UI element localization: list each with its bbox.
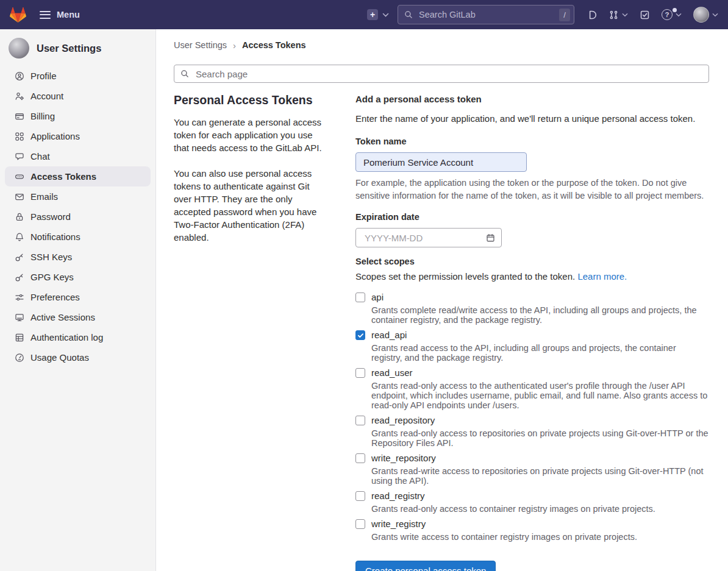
sidebar-item-label: Password: [30, 210, 71, 223]
scope-row[interactable]: read_user: [355, 367, 709, 379]
scope-checkbox-api[interactable]: [355, 293, 365, 302]
sidebar-item-active-sessions[interactable]: Active Sessions: [5, 307, 151, 327]
sidebar-header: User Settings: [0, 38, 155, 65]
monitor-icon: [15, 313, 24, 322]
scope-checkbox-read_registry[interactable]: [355, 491, 365, 501]
chevron-down-icon: [622, 13, 628, 17]
form-description: Enter the name of your application, and …: [355, 113, 709, 125]
gitlab-logo-icon[interactable]: [10, 7, 26, 23]
scope-option-read_registry: read_registryGrants read-only access to …: [355, 490, 709, 514]
page-search-input[interactable]: [194, 68, 702, 80]
sliders-icon: [15, 293, 24, 302]
settings-sidebar: User Settings ProfileAccountBillingAppli…: [0, 29, 156, 571]
sidebar-item-label: Usage Quotas: [30, 351, 89, 364]
top-navbar: Menu + / ?: [0, 0, 728, 29]
menu-button[interactable]: Menu: [40, 10, 80, 20]
scope-name[interactable]: write_repository: [371, 452, 436, 464]
scope-row[interactable]: api: [355, 291, 709, 303]
scope-description: Grants read-only access to container reg…: [371, 504, 709, 514]
scope-option-read_user: read_userGrants read-only access to the …: [355, 367, 709, 410]
search-icon: [180, 69, 189, 78]
scope-description: Grants write access to container registr…: [371, 532, 709, 542]
lock-icon: [15, 212, 24, 222]
help-button[interactable]: ?: [662, 9, 682, 20]
sidebar-item-account[interactable]: Account: [5, 86, 151, 106]
sidebar-item-billing[interactable]: Billing: [5, 106, 151, 126]
scope-name[interactable]: read_registry: [371, 490, 425, 502]
token-name-input[interactable]: [355, 152, 527, 172]
scope-name[interactable]: api: [371, 291, 384, 303]
sidebar-item-label: Applications: [30, 130, 80, 143]
scope-row[interactable]: read_repository: [355, 414, 709, 427]
calendar-icon[interactable]: [486, 233, 495, 243]
create-token-button[interactable]: Create personal access token: [355, 561, 496, 571]
scope-name[interactable]: read_api: [371, 329, 407, 341]
quota-icon: [15, 353, 24, 363]
new-item-chevron-down-icon[interactable]: [382, 13, 389, 17]
scope-checkbox-read_user[interactable]: [355, 368, 365, 378]
settings-nav: ProfileAccountBillingApplicationsChatAcc…: [0, 66, 155, 367]
scope-name[interactable]: write_registry: [371, 518, 426, 530]
global-search-input[interactable]: [418, 9, 554, 20]
sidebar-item-usage-quotas[interactable]: Usage Quotas: [5, 347, 151, 367]
sidebar-item-applications[interactable]: Applications: [5, 126, 151, 146]
new-item-button[interactable]: +: [367, 9, 378, 20]
scope-row[interactable]: write_repository: [355, 452, 709, 464]
todos-icon[interactable]: [640, 10, 650, 20]
page-description-1: You can generate a personal access token…: [174, 116, 329, 154]
scope-checkbox-read_repository[interactable]: [355, 416, 365, 425]
breadcrumb-current: Access Tokens: [242, 40, 306, 50]
section-description-column: Personal Access Tokens You can generate …: [174, 93, 329, 571]
hamburger-icon: [40, 11, 51, 19]
scope-checkbox-write_registry[interactable]: [355, 519, 365, 529]
sidebar-item-gpg-keys[interactable]: GPG Keys: [5, 267, 151, 287]
scope-row[interactable]: write_registry: [355, 518, 709, 530]
scope-description: Grants read access to the API, including…: [371, 343, 709, 363]
sidebar-item-emails[interactable]: Emails: [5, 186, 151, 207]
profile-icon: [15, 71, 24, 81]
token-icon: [15, 172, 24, 182]
chevron-down-icon: [712, 13, 718, 17]
sidebar-item-access-tokens[interactable]: Access Tokens: [5, 166, 151, 186]
scope-row[interactable]: read_registry: [355, 490, 709, 502]
scope-name[interactable]: read_user: [371, 367, 413, 379]
log-icon: [15, 333, 24, 342]
sidebar-item-authentication-log[interactable]: Authentication log: [5, 327, 151, 347]
page-title: Personal Access Tokens: [174, 93, 329, 107]
sidebar-item-label: Access Tokens: [30, 170, 96, 183]
sidebar-item-ssh-keys[interactable]: SSH Keys: [5, 247, 151, 267]
sidebar-item-label: Billing: [30, 110, 55, 122]
sidebar-item-profile[interactable]: Profile: [5, 66, 151, 86]
scope-row[interactable]: read_api: [355, 329, 709, 341]
merge-requests-button[interactable]: [608, 10, 628, 20]
scope-description: Grants read-write access to repositories…: [371, 466, 709, 486]
form-title: Add a personal access token: [355, 93, 709, 105]
sidebar-item-password[interactable]: Password: [5, 207, 151, 227]
breadcrumb-user-settings[interactable]: User Settings: [174, 40, 227, 50]
sidebar-item-label: Authentication log: [30, 331, 103, 344]
expiration-date-input[interactable]: [363, 232, 486, 244]
sidebar-item-chat[interactable]: Chat: [5, 146, 151, 166]
scopes-description: Scopes set the permission levels granted…: [355, 271, 709, 283]
sidebar-item-label: Notifications: [30, 230, 80, 243]
global-search[interactable]: /: [398, 5, 574, 24]
scope-checkbox-write_repository[interactable]: [355, 453, 365, 463]
account-icon: [15, 91, 24, 101]
scope-checkbox-read_api[interactable]: [355, 330, 365, 340]
main-content: User Settings › Access Tokens Personal A…: [156, 29, 728, 571]
sidebar-item-preferences[interactable]: Preferences: [5, 287, 151, 307]
applications-icon: [15, 132, 24, 141]
scope-description: Grants complete read/write access to the…: [371, 305, 709, 325]
learn-more-link[interactable]: Learn more.: [577, 271, 627, 282]
token-name-label: Token name: [355, 136, 709, 147]
sidebar-item-label: Active Sessions: [30, 311, 95, 324]
user-menu-button[interactable]: [693, 7, 718, 23]
token-form: Add a personal access token Enter the na…: [355, 93, 709, 571]
scope-name[interactable]: read_repository: [371, 414, 435, 427]
expiration-date-field: [355, 228, 502, 247]
issues-icon[interactable]: [587, 10, 597, 20]
page-search[interactable]: [174, 65, 709, 83]
scope-list: apiGrants complete read/write access to …: [355, 291, 709, 542]
sidebar-item-notifications[interactable]: Notifications: [5, 227, 151, 247]
scope-option-read_api: read_apiGrants read access to the API, i…: [355, 329, 709, 363]
